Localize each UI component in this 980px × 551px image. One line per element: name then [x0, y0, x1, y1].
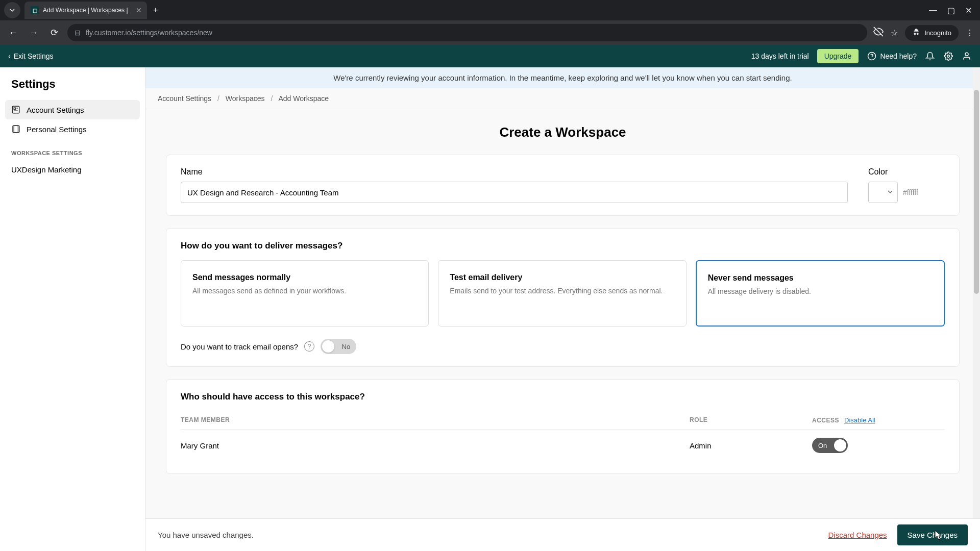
browser-menu-icon[interactable]: ⋮ — [966, 28, 974, 38]
svg-point-4 — [965, 53, 968, 56]
reload-button[interactable]: ⟳ — [47, 27, 61, 38]
scrollbar-thumb[interactable] — [974, 90, 979, 294]
url-text: fly.customer.io/settings/workspaces/new — [86, 29, 212, 37]
scrollbar[interactable] — [973, 67, 980, 551]
trial-days-text: 13 days left in trial — [751, 52, 809, 60]
review-banner: We're currently reviewing your account i… — [145, 67, 980, 88]
save-changes-button[interactable]: Save Changes — [897, 524, 968, 545]
window-controls: ― ▢ ✕ — [929, 6, 980, 15]
color-hex-text: #ffffff — [903, 188, 918, 196]
delivery-option-desc: Emails send to your test address. Everyt… — [450, 286, 674, 296]
track-opens-label: Do you want to track email opens? — [181, 342, 298, 351]
access-card: Who should have access to this workspace… — [166, 379, 960, 474]
sidebar-section-header: WORKSPACE SETTINGS — [5, 139, 140, 160]
delivery-option-test[interactable]: Test email delivery Emails send to your … — [438, 260, 686, 327]
upgrade-button[interactable]: Upgrade — [817, 49, 859, 63]
sidebar-item-account-settings[interactable]: Account Settings — [5, 100, 140, 119]
exit-settings-label: Exit Settings — [14, 52, 54, 60]
unsaved-text: You have unsaved changes. — [158, 531, 254, 539]
bell-icon[interactable] — [925, 51, 935, 61]
incognito-badge[interactable]: Incognito — [905, 25, 959, 41]
chevron-left-icon: ‹ — [8, 52, 11, 60]
delivery-card: How do you want to deliver messages? Sen… — [166, 228, 960, 367]
breadcrumb-current: Add Workspace — [278, 94, 329, 103]
delivery-option-never[interactable]: Never send messages All message delivery… — [696, 260, 945, 327]
toggle-knob — [322, 340, 334, 353]
exit-settings-link[interactable]: ‹ Exit Settings — [8, 52, 54, 60]
col-access-header: ACCESS — [812, 417, 839, 424]
delivery-option-title: Send messages normally — [192, 273, 417, 282]
site-info-icon[interactable]: ⊟ — [75, 29, 81, 37]
delivery-option-title: Test email delivery — [450, 273, 674, 282]
close-window-icon[interactable]: ✕ — [965, 6, 972, 15]
app-root: ‹ Exit Settings 13 days left in trial Up… — [0, 45, 980, 551]
tab-title: Add Workspace | Workspaces | — [43, 7, 132, 14]
color-picker[interactable] — [868, 182, 898, 203]
sidebar-item-label: UXDesign Marketing — [11, 165, 82, 174]
table-row: Mary Grant Admin On — [181, 430, 945, 461]
breadcrumb: Account Settings / Workspaces / Add Work… — [145, 88, 980, 109]
browser-toolbar: ← → ⟳ ⊟ fly.customer.io/settings/workspa… — [0, 20, 980, 45]
help-circle-icon[interactable]: ? — [304, 341, 314, 352]
sidebar-item-label: Personal Settings — [27, 125, 87, 134]
help-circle-icon — [867, 51, 877, 61]
breadcrumb-sep: / — [271, 94, 273, 103]
user-icon[interactable] — [962, 51, 972, 61]
forward-button[interactable]: → — [27, 28, 41, 38]
member-name: Mary Grant — [181, 441, 690, 450]
sidebar-item-workspace[interactable]: UXDesign Marketing — [5, 160, 140, 179]
delivery-option-normal[interactable]: Send messages normally All messages send… — [181, 260, 429, 327]
access-toggle[interactable]: On — [812, 438, 848, 453]
disable-all-link[interactable]: Disable All — [844, 416, 875, 424]
need-help-link[interactable]: Need help? — [867, 51, 917, 61]
tab-favicon-icon: ⬚ — [31, 6, 39, 14]
color-label: Color — [868, 167, 945, 177]
tab-close-icon[interactable]: ✕ — [136, 6, 142, 14]
maximize-icon[interactable]: ▢ — [947, 6, 955, 15]
gear-icon[interactable] — [943, 51, 953, 61]
incognito-icon — [912, 28, 920, 38]
delivery-option-title: Never send messages — [708, 273, 933, 283]
breadcrumb-sep: / — [217, 94, 219, 103]
breadcrumb-workspaces[interactable]: Workspaces — [226, 94, 265, 103]
personal-icon — [11, 124, 20, 134]
delivery-option-desc: All messages send as defined in your wor… — [192, 286, 417, 296]
svg-rect-6 — [14, 108, 15, 109]
col-role-header: ROLE — [690, 416, 812, 424]
chevron-down-icon — [887, 188, 893, 197]
access-heading: Who should have access to this workspace… — [181, 392, 945, 402]
name-color-card: Name Color #ffffff — [166, 155, 960, 216]
member-role: Admin — [690, 441, 812, 450]
eye-off-icon[interactable] — [873, 27, 884, 39]
breadcrumb-account[interactable]: Account Settings — [158, 94, 211, 103]
unsaved-footer: You have unsaved changes. Discard Change… — [145, 518, 980, 551]
new-tab-button[interactable]: + — [153, 6, 158, 15]
sidebar-title: Settings — [5, 78, 140, 100]
incognito-label: Incognito — [924, 29, 951, 37]
browser-tab-strip: ⬚ Add Workspace | Workspaces | ✕ + ― ▢ ✕ — [0, 0, 980, 20]
name-label: Name — [181, 167, 848, 177]
address-bar[interactable]: ⊟ fly.customer.io/settings/workspaces/ne… — [67, 24, 867, 41]
workspace-name-input[interactable] — [181, 182, 848, 203]
bookmark-star-icon[interactable]: ☆ — [891, 28, 898, 38]
tab-search-button[interactable] — [4, 2, 20, 18]
account-icon — [11, 105, 20, 114]
col-member-header: TEAM MEMBER — [181, 416, 690, 424]
toggle-knob — [834, 439, 846, 452]
main-content: We're currently reviewing your account i… — [145, 67, 980, 551]
app-header: ‹ Exit Settings 13 days left in trial Up… — [0, 45, 980, 67]
svg-point-3 — [947, 55, 950, 58]
discard-changes-link[interactable]: Discard Changes — [828, 531, 887, 539]
browser-tab[interactable]: ⬚ Add Workspace | Workspaces | ✕ — [24, 2, 147, 19]
minimize-icon[interactable]: ― — [929, 6, 937, 15]
sidebar: Settings Account Settings Personal Setti… — [0, 67, 145, 551]
sidebar-item-personal-settings[interactable]: Personal Settings — [5, 119, 140, 139]
back-button[interactable]: ← — [6, 28, 20, 38]
delivery-option-desc: All message delivery is disabled. — [708, 287, 933, 297]
toggle-value: No — [342, 343, 351, 350]
track-opens-toggle[interactable]: No — [321, 339, 356, 354]
access-toggle-value: On — [818, 442, 827, 449]
sidebar-item-label: Account Settings — [27, 106, 84, 114]
need-help-label: Need help? — [880, 52, 917, 60]
page-title: Create a Workspace — [166, 124, 960, 140]
